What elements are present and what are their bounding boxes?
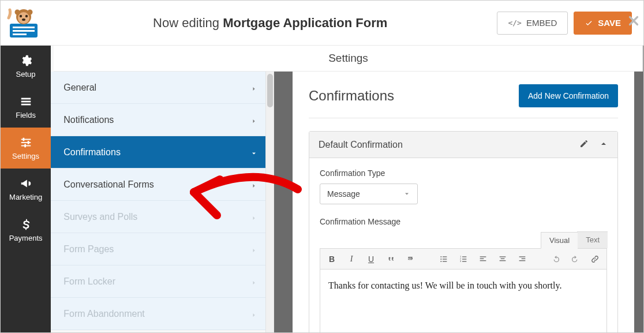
settings-item-label: General [63,83,96,93]
sidenav-item-payments[interactable]: Payments [1,209,51,250]
confirmation-type-label: Confirmation Type [320,169,607,178]
sliders-icon [20,136,32,149]
toolbar-link-button[interactable] [589,253,601,265]
embed-button[interactable]: </> EMBED [497,12,568,35]
toolbar-strike-button[interactable]: ABC [405,253,416,265]
svg-rect-37 [500,256,506,257]
svg-rect-17 [23,137,24,141]
settings-item-form-locker[interactable]: Form Locker [51,265,274,298]
svg-point-9 [15,9,20,14]
sidenav-label: Marketing [9,193,42,201]
scrollbar-thumb[interactable] [267,74,273,107]
toolbar-align-right-button[interactable] [516,253,528,265]
settings-scrollbar[interactable] [265,72,274,332]
confirmation-type-value: Message [327,189,360,199]
close-button[interactable] [626,13,644,33]
svg-rect-15 [21,142,31,143]
settings-item-surveys-polls[interactable]: Surveys and Polls [51,201,274,233]
list-icon [20,95,32,108]
settings-item-label: Conversational Forms [63,179,154,190]
editor-tab-visual[interactable]: Visual [541,232,578,249]
align-left-icon [478,255,488,264]
confirmation-message-label: Confirmation Message [320,217,607,226]
chevron-right-icon [250,214,257,220]
pencil-icon [579,139,589,148]
toolbar-align-center-button[interactable] [497,253,508,265]
toolbar-undo-button[interactable] [550,253,561,265]
settings-item-label: Notifications [63,115,114,125]
toolbar-ul-button[interactable] [438,253,450,265]
svg-text:3: 3 [460,260,462,263]
svg-point-24 [440,259,441,260]
svg-point-6 [20,14,22,17]
toolbar-underline-button[interactable]: U [365,253,377,265]
toolbar-quote-button[interactable] [385,253,396,265]
chevron-up-icon [599,139,608,148]
settings-item-confirmations[interactable]: Confirmations [51,136,274,169]
edit-confirmation-button[interactable] [579,139,589,151]
bullhorn-icon [20,177,32,190]
toolbar-italic-button[interactable]: I [346,253,357,265]
settings-item-conversational-forms[interactable]: Conversational Forms [51,169,274,201]
settings-item-notifications[interactable]: Notifications [51,104,274,136]
collapse-confirmation-button[interactable] [599,139,608,151]
editor-tabs: Visual Text [320,232,607,248]
confirmation-type-select[interactable]: Message [320,184,418,204]
toolbar-align-left-button[interactable] [477,253,489,265]
sidenav-item-settings[interactable]: Settings [1,128,51,169]
editor-textarea[interactable]: Thanks for contacting us! We will be in … [320,270,606,332]
svg-rect-11 [21,98,31,99]
sidenav-item-marketing[interactable]: Marketing [1,169,51,209]
svg-rect-39 [500,260,506,261]
toolbar-ol-button[interactable]: 123 [458,253,469,265]
builder-sidenav: Setup Fields Settings Marketing Payments [1,46,51,332]
confirmation-card-title: Default Confirmation [319,140,403,150]
sidenav-item-fields[interactable]: Fields [1,87,51,128]
settings-submenu: General Notifications Confirmations Conv… [51,46,274,332]
top-bar: Now editing Mortgage Application Form </… [1,1,643,46]
svg-rect-36 [480,260,486,261]
svg-rect-38 [501,258,505,259]
toolbar-bold-button[interactable]: B [326,253,338,265]
sidenav-item-setup[interactable]: Setup [1,46,51,87]
svg-rect-25 [443,259,447,259]
svg-rect-23 [443,256,447,257]
svg-point-5 [18,12,29,24]
chevron-right-icon [250,84,257,91]
main-panel: Confirmations Add New Confirmation Defau… [274,46,643,332]
svg-point-26 [440,261,441,262]
rich-text-editor: B I U ABC 123 [320,248,607,332]
svg-rect-19 [24,144,26,147]
embed-label: EMBED [526,18,557,28]
settings-item-label: Form Abandonment [63,309,145,319]
chevron-down-icon [403,190,410,197]
svg-text:ABC: ABC [407,257,413,260]
toolbar-redo-button[interactable] [570,253,581,265]
svg-rect-31 [462,259,466,259]
wpforms-logo-icon [6,8,43,39]
redo-icon [571,255,580,264]
settings-item-general[interactable]: General [51,72,274,104]
settings-item-form-abandonment[interactable]: Form Abandonment [51,298,274,330]
svg-rect-12 [21,100,31,102]
confirmation-card: Default Confirmation Confirmation Type M… [309,131,618,332]
save-label: SAVE [598,18,621,28]
sidenav-label: Setup [16,70,36,78]
svg-rect-13 [21,103,31,105]
svg-rect-33 [462,261,466,261]
svg-rect-3 [13,33,27,35]
align-center-icon [498,255,507,264]
editor-tab-text[interactable]: Text [577,231,608,248]
settings-item-form-pages[interactable]: Form Pages [51,233,274,265]
close-icon [626,13,641,28]
save-button[interactable]: SAVE [574,12,632,35]
settings-item-label: Surveys and Polls [63,212,137,222]
chevron-right-icon [250,246,257,253]
chevron-down-icon [250,149,257,156]
editor-toolbar: B I U ABC 123 [320,249,606,270]
confirmations-heading: Confirmations [309,88,394,104]
settings-page-heading: Settings [54,46,643,72]
svg-point-10 [28,9,33,14]
add-new-confirmation-button[interactable]: Add New Confirmation [519,84,618,107]
svg-point-8 [22,18,25,21]
